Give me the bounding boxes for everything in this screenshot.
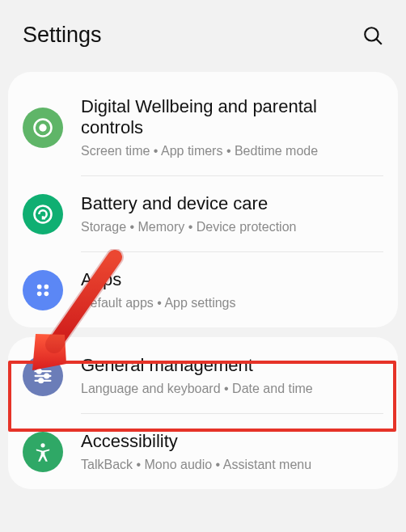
svg-point-8 (44, 292, 49, 297)
settings-card-1: Digital Wellbeing and parental controls … (8, 72, 398, 327)
svg-line-1 (377, 39, 382, 44)
svg-point-13 (44, 374, 49, 378)
settings-row-general-management[interactable]: General management Language and keyboard… (8, 337, 398, 413)
digital-wellbeing-icon (23, 108, 63, 148)
row-title: General management (81, 355, 313, 376)
battery-care-icon (23, 194, 63, 234)
settings-row-battery-care[interactable]: Battery and device care Storage • Memory… (8, 175, 398, 251)
settings-row-digital-wellbeing[interactable]: Digital Wellbeing and parental controls … (8, 78, 398, 175)
settings-header: Settings (0, 0, 406, 62)
page-title: Settings (23, 23, 102, 48)
accessibility-icon (23, 432, 63, 472)
svg-point-14 (39, 379, 43, 383)
settings-row-accessibility[interactable]: Accessibility TalkBack • Mono audio • As… (8, 413, 398, 489)
search-icon[interactable] (362, 25, 383, 46)
row-text: Battery and device care Storage • Memory… (81, 193, 296, 235)
row-subtitle: Default apps • App settings (81, 294, 236, 312)
row-subtitle: Language and keyboard • Date and time (81, 380, 313, 398)
row-subtitle: TalkBack • Mono audio • Assistant menu (81, 456, 311, 474)
apps-icon (23, 270, 63, 310)
svg-point-4 (35, 206, 52, 223)
svg-point-3 (39, 125, 46, 132)
row-text: Digital Wellbeing and parental controls … (81, 96, 383, 159)
row-text: General management Language and keyboard… (81, 355, 313, 397)
svg-point-6 (44, 285, 49, 289)
row-text: Accessibility TalkBack • Mono audio • As… (81, 431, 311, 473)
svg-point-5 (37, 285, 42, 289)
row-subtitle: Storage • Memory • Device protection (81, 218, 296, 236)
settings-card-2: General management Language and keyboard… (8, 337, 398, 489)
svg-point-7 (37, 292, 42, 297)
svg-point-0 (365, 27, 378, 40)
settings-row-apps[interactable]: Apps Default apps • App settings (8, 251, 398, 327)
general-management-icon (23, 356, 63, 396)
row-text: Apps Default apps • App settings (81, 269, 236, 311)
svg-point-15 (40, 444, 44, 448)
svg-point-12 (37, 369, 41, 374)
row-title: Apps (81, 269, 236, 290)
row-title: Accessibility (81, 431, 311, 452)
row-title: Battery and device care (81, 193, 296, 214)
row-title: Digital Wellbeing and parental controls (81, 96, 383, 139)
row-subtitle: Screen time • App timers • Bedtime mode (81, 142, 383, 160)
